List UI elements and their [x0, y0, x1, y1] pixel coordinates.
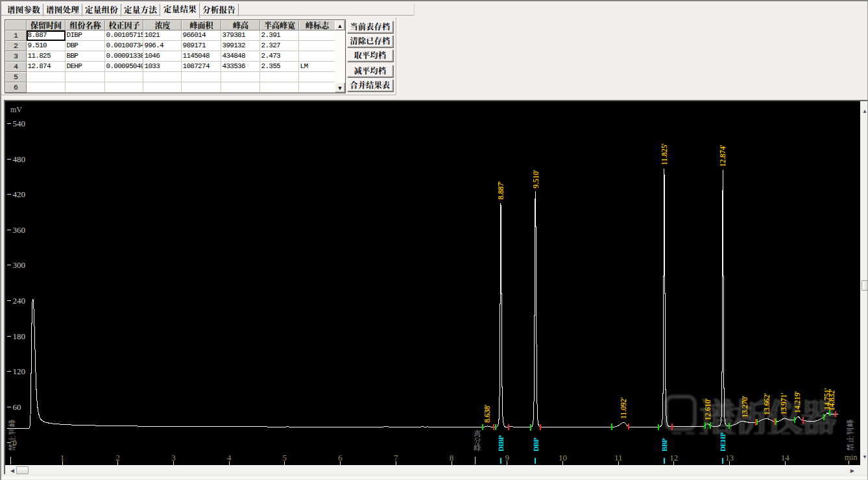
table-cell[interactable] — [299, 30, 335, 41]
column-header-3[interactable]: 浓度 — [143, 20, 182, 30]
table-cell[interactable] — [182, 72, 221, 82]
table-cell[interactable] — [143, 72, 182, 82]
table-corner-cell — [5, 20, 27, 30]
table-cell[interactable]: 1145048 — [182, 51, 221, 62]
retention-time-label: 9.510' — [532, 169, 540, 187]
x-axis-unit-label: min — [845, 452, 858, 461]
scroll-right-icon[interactable]: ► — [848, 466, 857, 474]
clear-archived-button[interactable]: 清除已存档 — [347, 35, 393, 47]
row-header[interactable]: 1 — [5, 30, 27, 41]
table-cell[interactable] — [27, 72, 66, 82]
table-cell[interactable] — [66, 72, 105, 82]
y-axis-tick-label: 480 — [13, 154, 26, 163]
x-axis-tick-label: 7 — [394, 452, 398, 462]
table-cell[interactable]: BBP — [66, 51, 105, 62]
y-axis-tick-label: 360 — [13, 224, 26, 234]
table-cell[interactable] — [143, 82, 182, 93]
table-scroll-down-icon[interactable]: ▼ — [335, 82, 345, 93]
retention-time-label: 12.610' — [704, 398, 712, 420]
table-cell[interactable] — [182, 82, 221, 93]
x-axis-tick-label: 6 — [338, 452, 343, 462]
y-axis-tick-label: 60 — [13, 402, 21, 411]
scroll-up-icon[interactable]: ▲ — [861, 107, 868, 115]
column-header-2[interactable]: 校正因子 — [105, 20, 143, 30]
y-axis-tick-label: 240 — [13, 296, 26, 306]
table-cell[interactable]: 2.327 — [260, 41, 299, 51]
table-cell[interactable] — [105, 72, 143, 82]
table-cell[interactable]: 966014 — [182, 30, 221, 41]
table-cell[interactable]: 9.510 — [27, 41, 66, 51]
table-cell[interactable]: 1046 — [143, 51, 182, 62]
table-cell[interactable]: 0.000950499 — [105, 62, 143, 72]
retention-time-label: 13.971' — [780, 392, 788, 414]
table-cell[interactable] — [299, 72, 335, 82]
component-name-label: DIBP — [497, 435, 505, 451]
table-cell[interactable]: DIBP — [66, 30, 105, 41]
table-cell[interactable]: 2.391 — [260, 30, 299, 41]
table-cell[interactable]: 989171 — [182, 41, 221, 51]
table-scroll-up-icon[interactable]: ▲ — [335, 20, 345, 30]
retention-time-label: 8.638' — [483, 404, 491, 422]
table-cell[interactable]: 0.000913388 — [105, 51, 143, 62]
row-header[interactable]: 4 — [5, 62, 27, 72]
table-cell[interactable]: 1087274 — [182, 62, 221, 72]
table-cell[interactable]: 434848 — [221, 51, 260, 62]
row-header[interactable]: 5 — [5, 72, 27, 82]
x-axis-tick-label: 9 — [505, 452, 509, 462]
chart-horizontal-scrollbar[interactable]: ◄ ► — [5, 465, 860, 474]
column-header-5[interactable]: 峰高 — [221, 20, 260, 30]
table-cell[interactable] — [66, 82, 105, 93]
tab-control-right-edge — [414, 4, 415, 16]
table-cell[interactable]: 2.473 — [260, 51, 299, 62]
table-cell[interactable] — [299, 41, 335, 51]
table-cell[interactable] — [299, 82, 335, 93]
table-cell[interactable]: 1033 — [143, 62, 182, 72]
table-cell[interactable]: 8.887 — [27, 30, 66, 41]
table-cell[interactable]: DBP — [66, 41, 105, 51]
chart-vertical-scrollbar[interactable]: ▲ ▼ — [860, 101, 868, 465]
tab-quant-results[interactable]: 定量结果 — [160, 3, 200, 18]
table-cell[interactable]: DEHP — [66, 62, 105, 72]
row-header[interactable]: 3 — [5, 51, 27, 62]
y-axis-tick-label: 0 — [13, 437, 18, 447]
table-scrollbar[interactable]: ▲▼ — [335, 20, 345, 93]
x-axis-tick-label: 3 — [171, 452, 176, 462]
merge-result-table-button[interactable]: 合并结果表 — [347, 79, 393, 91]
table-cell[interactable]: 0.001057159 — [105, 30, 143, 41]
table-cell[interactable] — [221, 82, 260, 93]
table-cell[interactable]: 433536 — [221, 62, 260, 72]
window-bottom-edge — [0, 474, 868, 480]
row-header[interactable]: 2 — [5, 41, 27, 51]
table-row: 18.887DIBP0.00105715910219660143793812.3… — [5, 30, 345, 41]
column-header-6[interactable]: 半高峰宽 — [260, 20, 299, 30]
scroll-down-icon[interactable]: ▼ — [861, 453, 868, 461]
table-cell[interactable]: 0.001007344 — [105, 41, 143, 51]
table-cell[interactable]: 379381 — [221, 30, 260, 41]
table-row: 6 — [5, 82, 345, 93]
table-cell[interactable] — [27, 82, 66, 93]
archive-current-table-button[interactable]: 当前表存档 — [347, 21, 393, 33]
table-cell[interactable]: 996.4 — [143, 41, 182, 51]
take-average-button[interactable]: 取平均档 — [347, 49, 393, 62]
table-cell[interactable] — [221, 72, 260, 82]
table-cell[interactable]: 12.874 — [27, 62, 66, 72]
chart-vscroll-thumb[interactable] — [862, 280, 868, 291]
column-header-0[interactable]: 保留时间 — [27, 20, 66, 30]
subtract-average-button[interactable]: 减平均档 — [347, 65, 393, 77]
column-header-1[interactable]: 组份名称 — [66, 20, 105, 30]
table-cell[interactable]: 1021 — [143, 30, 182, 41]
column-header-7[interactable]: 峰标志 — [299, 20, 335, 30]
row-header[interactable]: 6 — [5, 82, 27, 93]
table-cell[interactable] — [260, 72, 299, 82]
table-cell[interactable]: 11.825 — [27, 51, 66, 62]
table-cell[interactable]: 2.355 — [260, 62, 299, 72]
scroll-left-icon[interactable]: ◄ — [8, 466, 17, 474]
table-cell[interactable]: LM — [299, 62, 335, 72]
table-cell[interactable]: 399132 — [221, 41, 260, 51]
column-header-4[interactable]: 峰面积 — [182, 20, 221, 30]
table-cell[interactable] — [260, 82, 299, 93]
chart-hscroll-thumb[interactable] — [16, 466, 29, 474]
table-cell[interactable] — [299, 51, 335, 62]
x-axis-tick-label: 8 — [450, 452, 454, 462]
table-cell[interactable] — [105, 82, 143, 93]
